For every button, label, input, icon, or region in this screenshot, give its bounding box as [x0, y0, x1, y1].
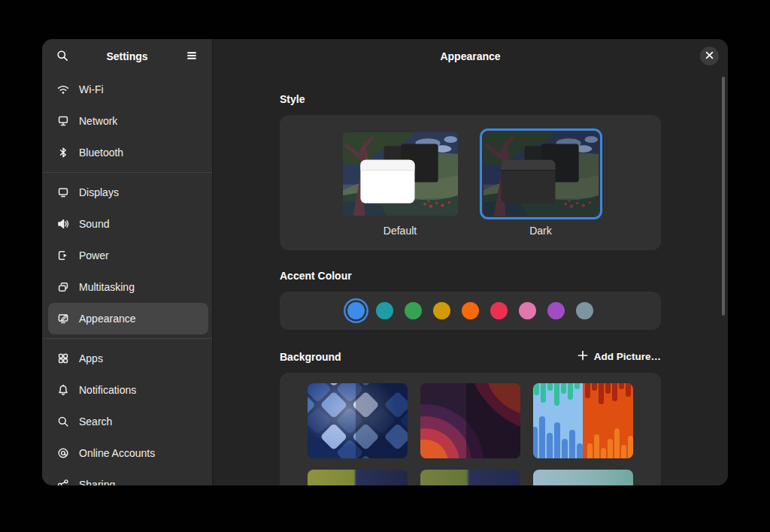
- sharing-icon: [57, 479, 69, 485]
- wallpaper-thumb-red-purple-waves[interactable]: [420, 383, 520, 458]
- close-button[interactable]: [700, 47, 719, 65]
- hamburger-menu-icon: [186, 50, 198, 64]
- sidebar-item-notifications[interactable]: Notifications: [48, 374, 208, 406]
- accent-colour-card: [280, 292, 661, 330]
- main-menu-button[interactable]: [180, 45, 203, 68]
- multitasking-icon: [57, 281, 69, 293]
- background-row-2: [308, 470, 633, 485]
- sidebar-item-appearance[interactable]: Appearance: [48, 303, 208, 334]
- sidebar-item-label: Multitasking: [79, 281, 135, 293]
- sidebar-item-apps[interactable]: Apps: [48, 343, 208, 374]
- accent-color-red[interactable]: [490, 302, 508, 319]
- accent-color-blue[interactable]: [347, 302, 365, 319]
- accent-color-yellow[interactable]: [433, 302, 450, 319]
- sidebar-item-search[interactable]: Search: [48, 406, 208, 437]
- sidebar-item-displays[interactable]: Displays: [48, 177, 208, 208]
- panel-header: Appearance: [213, 39, 728, 74]
- style-default-label: Default: [383, 225, 417, 237]
- wallpaper-thumb-blue-cubes[interactable]: [308, 383, 408, 458]
- accent-colour-heading: Accent Colour: [280, 270, 661, 282]
- sidebar-item-power[interactable]: Power: [48, 240, 208, 271]
- plus-icon: [578, 350, 588, 363]
- sidebar-item-network[interactable]: Network: [48, 105, 208, 137]
- add-picture-label: Add Picture…: [594, 351, 661, 362]
- sidebar-item-wifi[interactable]: Wi-Fi: [48, 74, 208, 105]
- style-dark-frame: [480, 128, 602, 219]
- sidebar-item-bluetooth[interactable]: Bluetooth: [48, 137, 208, 168]
- app-title: Settings: [74, 50, 180, 62]
- sidebar-item-label: Online Accounts: [79, 447, 155, 459]
- sidebar-header: Settings: [42, 39, 212, 74]
- wifi-icon: [57, 83, 69, 95]
- sidebar-divider: [42, 338, 212, 339]
- close-icon: [705, 50, 714, 62]
- sidebar-item-label: Apps: [79, 352, 103, 364]
- sidebar-item-label: Search: [79, 416, 112, 428]
- search-item-icon: [57, 416, 69, 428]
- sidebar-item-label: Notifications: [79, 384, 136, 396]
- style-default-frame: [339, 128, 462, 219]
- panel-title: Appearance: [440, 50, 500, 62]
- style-option-default[interactable]: Default: [339, 128, 462, 237]
- background-card: [280, 373, 661, 485]
- panel-content: Style Default: [280, 93, 661, 485]
- wallpaper-thumb-green-night[interactable]: [420, 470, 520, 485]
- sidebar-divider: [42, 172, 212, 173]
- style-dark-label: Dark: [529, 225, 552, 237]
- sidebar-item-label: Sharing: [79, 479, 115, 485]
- style-card: Default Dark: [280, 115, 661, 250]
- appearance-icon: [57, 313, 69, 325]
- screen: Settings Wi-Fi Network: [0, 0, 770, 532]
- background-row-1: [308, 383, 633, 458]
- appearance-panel: Appearance Style: [213, 39, 728, 485]
- sidebar-item-online-accounts[interactable]: Online Accounts: [48, 437, 208, 469]
- sidebar-item-label: Sound: [79, 218, 109, 230]
- power-icon: [57, 249, 69, 261]
- sidebar-item-sharing[interactable]: Sharing: [48, 469, 208, 485]
- sound-icon: [57, 218, 69, 230]
- accent-color-pink[interactable]: [519, 302, 536, 319]
- search-icon: [56, 50, 68, 64]
- sidebar-item-label: Displays: [79, 186, 119, 198]
- settings-window: Settings Wi-Fi Network: [42, 39, 728, 485]
- style-dark-preview: [484, 132, 599, 216]
- online-accounts-icon: [57, 447, 69, 459]
- style-heading: Style: [280, 93, 661, 105]
- style-option-dark[interactable]: Dark: [480, 128, 602, 237]
- sidebar-item-multitasking[interactable]: Multitasking: [48, 271, 208, 303]
- wallpaper-thumb-olive-night[interactable]: [308, 470, 408, 485]
- sidebar-item-label: Appearance: [79, 313, 136, 325]
- background-heading-row: Background Add Picture…: [280, 350, 661, 363]
- accent-color-purple[interactable]: [547, 302, 565, 319]
- sidebar-item-label: Bluetooth: [79, 147, 123, 159]
- search-button[interactable]: [51, 45, 74, 68]
- bluetooth-icon: [57, 147, 69, 159]
- add-picture-button[interactable]: Add Picture…: [578, 350, 661, 363]
- style-default-preview: [343, 132, 458, 216]
- wallpaper-thumb-blue-orange-drips[interactable]: [533, 383, 633, 458]
- wallpaper-thumb-pale-teal[interactable]: [533, 470, 633, 485]
- sidebar-item-label: Network: [79, 115, 117, 127]
- accent-color-green[interactable]: [405, 302, 422, 319]
- sidebar: Settings Wi-Fi Network: [42, 39, 213, 485]
- sidebar-item-label: Wi-Fi: [79, 83, 104, 95]
- displays-icon: [57, 186, 69, 198]
- vertical-scrollbar[interactable]: [722, 77, 725, 316]
- accent-color-orange[interactable]: [462, 302, 479, 319]
- accent-color-teal[interactable]: [376, 302, 393, 319]
- apps-icon: [57, 352, 69, 364]
- background-heading: Background: [280, 351, 341, 363]
- sidebar-item-sound[interactable]: Sound: [48, 208, 208, 240]
- sidebar-item-label: Power: [79, 249, 109, 261]
- network-icon: [57, 115, 69, 127]
- accent-color-slate[interactable]: [576, 302, 593, 319]
- notifications-icon: [57, 384, 69, 396]
